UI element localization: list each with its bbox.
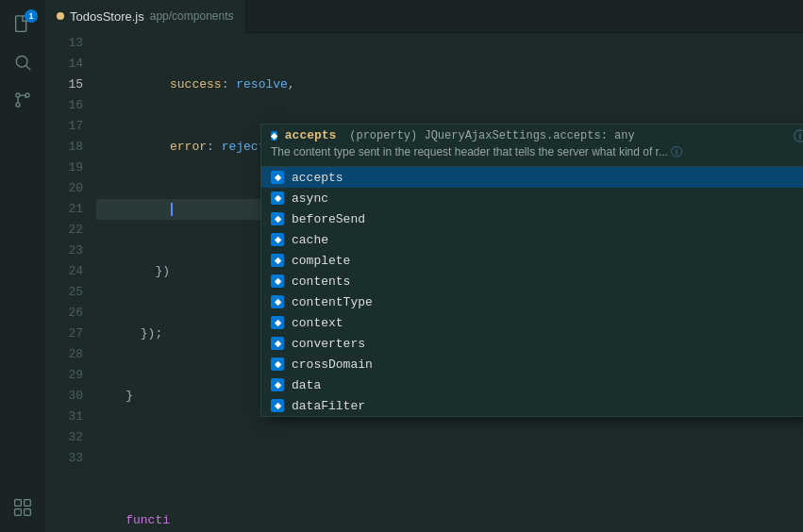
autocomplete-item-icon: ◆	[271, 191, 284, 205]
autocomplete-item-contenttype[interactable]: ◆ contentType	[261, 291, 803, 312]
autocomplete-item-icon: ◆	[271, 254, 284, 267]
code-line-19	[96, 448, 803, 469]
search-icon[interactable]	[6, 45, 40, 79]
autocomplete-item-label: contentType	[292, 295, 373, 309]
tab-path: app/components	[150, 9, 234, 23]
editor-tab[interactable]: TodosStore.js app/components	[45, 0, 246, 33]
autocomplete-tooltip-icon: ◆	[271, 131, 277, 141]
autocomplete-item-cache[interactable]: ◆ cache	[261, 229, 803, 250]
autocomplete-item-datafilter[interactable]: ◆ dataFilter	[261, 395, 803, 416]
files-badge: 1	[25, 9, 38, 23]
autocomplete-item-contents[interactable]: ◆ contents	[261, 271, 803, 291]
autocomplete-tooltip-desc: The content type sent in the request hea…	[271, 144, 803, 160]
editor-body[interactable]: 13 14 15 16 17 18 19 20 21 22 23 24 25 2…	[45, 33, 803, 532]
svg-point-1	[16, 56, 27, 67]
autocomplete-tooltip: ◆ accepts (property) JQueryAjaxSettings.…	[261, 125, 803, 167]
autocomplete-item-icon: ◆	[271, 316, 284, 329]
autocomplete-item-icon: ◆	[271, 378, 284, 391]
autocomplete-item-label: accepts	[292, 171, 343, 185]
autocomplete-item-icon: ◆	[271, 295, 284, 308]
autocomplete-item-icon: ◆	[271, 212, 284, 225]
svg-point-5	[16, 103, 20, 107]
autocomplete-item-label: converters	[292, 337, 365, 351]
line-numbers: 13 14 15 16 17 18 19 20 21 22 23 24 25 2…	[45, 33, 92, 532]
svg-point-3	[16, 93, 20, 97]
autocomplete-item-icon: ◆	[271, 274, 284, 288]
autocomplete-item-icon: ◆	[271, 357, 284, 371]
autocomplete-item-beforesend[interactable]: ◆ beforeSend	[261, 208, 803, 229]
autocomplete-item-icon: ◆	[271, 233, 284, 246]
autocomplete-item-label: contents	[292, 274, 350, 289]
autocomplete-tooltip-title: ◆ accepts (property) JQueryAjaxSettings.…	[271, 128, 803, 142]
autocomplete-item-label: async	[292, 191, 328, 206]
autocomplete-item-label: complete	[292, 254, 350, 268]
autocomplete-item-label: data	[292, 378, 321, 392]
autocomplete-item-complete[interactable]: ◆ complete	[261, 250, 803, 271]
autocomplete-item-icon: ◆	[271, 171, 284, 184]
autocomplete-tooltip-name: accepts	[285, 128, 337, 142]
autocomplete-item-icon: ◆	[271, 337, 284, 350]
autocomplete-dropdown: ◆ accepts (property) JQueryAjaxSettings.…	[260, 124, 803, 417]
autocomplete-info-icon[interactable]: ⓘ	[794, 128, 803, 145]
autocomplete-item-crossdomain[interactable]: ◆ crossDomain	[261, 354, 803, 374]
source-control-icon[interactable]	[6, 83, 40, 117]
svg-rect-7	[25, 500, 31, 507]
autocomplete-tooltip-type: (property) JQueryAjaxSettings.accepts: a…	[349, 129, 634, 142]
autocomplete-item-context[interactable]: ◆ context	[261, 312, 803, 333]
svg-rect-9	[25, 509, 31, 516]
tab-modified-dot	[57, 12, 64, 20]
extensions-icon[interactable]	[6, 490, 40, 524]
autocomplete-item-label: cache	[292, 233, 328, 247]
svg-rect-6	[15, 500, 22, 507]
code-line-20: functi	[96, 510, 803, 531]
autocomplete-item-data[interactable]: ◆ data	[261, 374, 803, 395]
svg-line-2	[26, 66, 31, 71]
code-line-13: success: resolve,	[96, 75, 803, 95]
files-icon[interactable]: 1	[6, 8, 40, 42]
autocomplete-list: ◆ accepts ◆ async ◆ beforeSend ◆ cache ◆	[261, 167, 803, 416]
autocomplete-item-accepts[interactable]: ◆ accepts	[261, 167, 803, 188]
autocomplete-item-label: dataFilter	[292, 399, 365, 413]
svg-rect-8	[15, 509, 22, 516]
autocomplete-item-async[interactable]: ◆ async	[261, 188, 803, 208]
autocomplete-item-label: context	[292, 316, 343, 330]
autocomplete-item-label: beforeSend	[292, 212, 365, 226]
autocomplete-item-icon: ◆	[271, 399, 284, 412]
activity-bar: 1	[0, 0, 45, 532]
autocomplete-item-label: crossDomain	[292, 357, 373, 372]
text-cursor	[171, 203, 173, 216]
tab-bar: TodosStore.js app/components	[45, 0, 803, 33]
tab-filename: TodosStore.js	[70, 9, 144, 24]
autocomplete-item-converters[interactable]: ◆ converters	[261, 333, 803, 354]
editor-main: TodosStore.js app/components 13 14 15 16…	[45, 0, 803, 532]
